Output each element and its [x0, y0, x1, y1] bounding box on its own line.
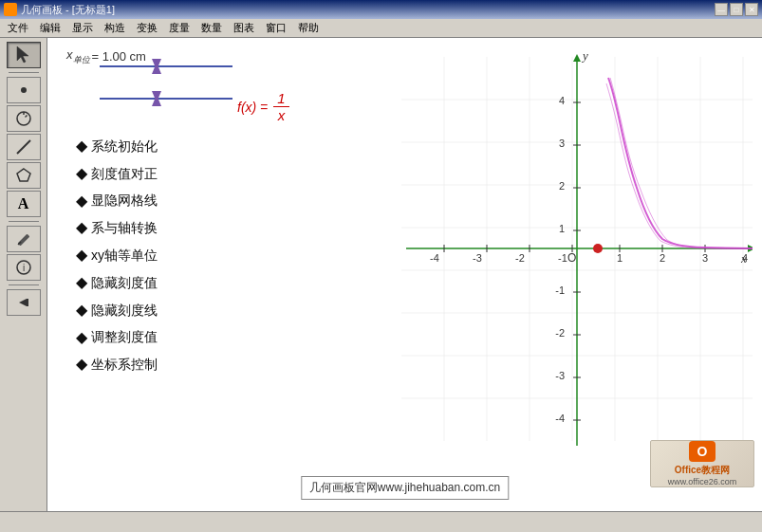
- list-item-3[interactable]: ◆ 显隐网格线: [76, 188, 158, 215]
- y-label-neg1: -1: [555, 284, 565, 296]
- list-label-9: 坐标系控制: [91, 353, 158, 376]
- y-label-1: 1: [559, 223, 565, 234]
- tool-separator-1: [9, 72, 39, 73]
- watermark: 几何画板官网www.jihehuaban.com.cn: [301, 476, 509, 500]
- tool-marker[interactable]: [7, 226, 41, 252]
- list-label-5: xy轴等单位: [91, 244, 158, 267]
- svg-marker-0: [17, 46, 28, 63]
- svg-marker-11: [19, 299, 27, 306]
- y-axis-label: y: [581, 48, 588, 63]
- bullet-1: ◆: [76, 133, 87, 160]
- scale-lines: [100, 59, 251, 116]
- list-label-3: 显隐网格线: [91, 189, 158, 212]
- menu-bar: 文件 编辑 显示 构造 变换 度量 数量 图表 窗口 帮助: [0, 19, 762, 38]
- list-label-2: 刻度值对正: [91, 162, 158, 186]
- office-line2: www.office26.com: [668, 477, 736, 486]
- tool-point[interactable]: [7, 77, 41, 103]
- status-bar: [0, 511, 762, 532]
- graph-svg: x y O -4 -3 -2 -1 1 2 3 4 4 3 2 1 -1 -2 …: [401, 47, 753, 455]
- x-label-neg1: -1: [558, 252, 567, 264]
- x-label-2: 2: [660, 252, 665, 264]
- bullet-6: ◆: [76, 269, 87, 297]
- x-label-neg4: -4: [430, 252, 439, 264]
- list-item-8[interactable]: ◆ 调整刻度值: [76, 324, 158, 352]
- tool-text[interactable]: A: [7, 191, 41, 217]
- list-item-5[interactable]: ◆ xy轴等单位: [76, 242, 158, 269]
- list-item-9[interactable]: ◆ 坐标系控制: [76, 351, 158, 378]
- menu-construct[interactable]: 构造: [99, 19, 131, 37]
- bullet-8: ◆: [76, 324, 87, 352]
- list-label-7: 隐藏刻度线: [91, 299, 158, 322]
- menu-list: ◆ 系统初始化 ◆ 刻度值对正 ◆ 显隐网格线 ◆ 系与轴转换 ◆ xy轴等单位…: [76, 133, 158, 378]
- fraction: 1 x: [273, 90, 288, 123]
- menu-graph[interactable]: 图表: [228, 19, 260, 37]
- formula-area: f(x) = 1 x: [237, 90, 289, 123]
- y-label-neg4: -4: [555, 413, 565, 424]
- watermark-text: 几何画板官网www.jihehuaban.com.cn: [309, 481, 500, 494]
- svg-point-55: [593, 244, 603, 253]
- title-bar: 几何画板 - [无标题1] — □ ✕: [0, 0, 762, 19]
- menu-window[interactable]: 窗口: [260, 19, 292, 37]
- maximize-button[interactable]: □: [730, 3, 743, 16]
- x-label-4: 4: [742, 252, 748, 264]
- origin-label: O: [567, 251, 576, 265]
- tool-custom[interactable]: [7, 289, 41, 316]
- tool-separator-2: [9, 221, 39, 222]
- title-bar-left: 几何画板 - [无标题1]: [4, 3, 115, 17]
- formula-prefix: f(x) =: [237, 100, 268, 115]
- list-item-6[interactable]: ◆ 隐藏刻度值: [76, 269, 158, 297]
- y-label-4: 4: [559, 95, 565, 106]
- menu-file[interactable]: 文件: [2, 19, 34, 37]
- toolbar-left: A i: [0, 38, 47, 511]
- list-item-4[interactable]: ◆ 系与轴转换: [76, 214, 158, 242]
- tool-compass[interactable]: [7, 105, 41, 132]
- menu-transform[interactable]: 变换: [131, 19, 163, 37]
- graph-area: x y O -4 -3 -2 -1 1 2 3 4 4 3 2 1 -1 -2 …: [401, 47, 753, 455]
- y-label-neg3: -3: [555, 370, 565, 381]
- bullet-5: ◆: [76, 242, 87, 269]
- list-item-7[interactable]: ◆ 隐藏刻度线: [76, 297, 158, 324]
- bullet-2: ◆: [76, 160, 87, 188]
- list-label-8: 调整刻度值: [91, 325, 158, 349]
- y-label-3: 3: [559, 138, 565, 149]
- list-label-1: 系统初始化: [91, 135, 158, 158]
- tool-straightedge[interactable]: [7, 134, 41, 160]
- menu-edit[interactable]: 编辑: [34, 19, 66, 37]
- office-logo: O Office教程网 www.office26.com: [650, 440, 754, 487]
- list-item-2[interactable]: ◆ 刻度值对正: [76, 160, 158, 188]
- title-bar-controls[interactable]: — □ ✕: [715, 3, 758, 16]
- bullet-4: ◆: [76, 214, 87, 242]
- x-label-3: 3: [702, 252, 708, 264]
- list-label-6: 隐藏刻度值: [91, 271, 158, 295]
- menu-number[interactable]: 数量: [195, 19, 228, 37]
- svg-marker-6: [17, 169, 30, 181]
- app-icon: [4, 3, 17, 16]
- menu-display[interactable]: 显示: [66, 19, 99, 37]
- close-button[interactable]: ✕: [745, 3, 758, 16]
- tool-polygon[interactable]: [7, 162, 41, 189]
- title-text: 几何画板 - [无标题1]: [21, 3, 115, 17]
- svg-text:i: i: [23, 263, 25, 273]
- fraction-numerator: 1: [273, 90, 288, 107]
- svg-line-5: [17, 140, 30, 154]
- menu-help[interactable]: 帮助: [292, 19, 325, 37]
- bullet-7: ◆: [76, 297, 87, 324]
- office-icon-letter: O: [697, 444, 708, 459]
- bullet-3: ◆: [76, 188, 87, 215]
- tool-select[interactable]: [7, 42, 41, 68]
- content-area: x单位 = 1.00 cm f(x) = 1 x: [47, 38, 762, 511]
- svg-marker-15: [152, 63, 161, 74]
- bullet-9: ◆: [76, 351, 87, 378]
- list-item-1[interactable]: ◆ 系统初始化: [76, 133, 158, 160]
- svg-line-4: [25, 116, 27, 118]
- menu-measure[interactable]: 度量: [163, 19, 195, 37]
- list-label-4: 系与轴转换: [91, 216, 158, 240]
- y-label-2: 2: [559, 180, 565, 192]
- fraction-denominator: x: [274, 107, 289, 123]
- office-line1: Office教程网: [675, 464, 730, 477]
- tool-separator-3: [9, 284, 39, 285]
- minimize-button[interactable]: —: [715, 3, 728, 16]
- office-icon: O: [689, 441, 716, 462]
- svg-marker-18: [152, 95, 161, 106]
- tool-info[interactable]: i: [7, 254, 41, 281]
